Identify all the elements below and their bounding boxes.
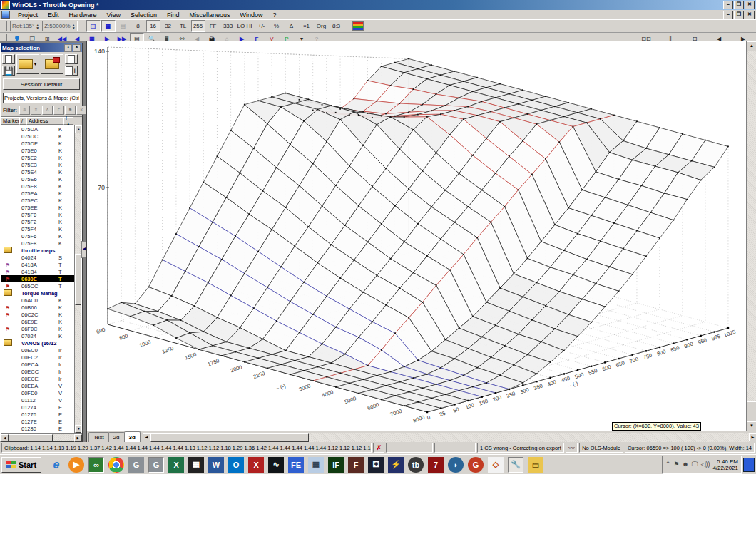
if-tool-icon[interactable]: IF <box>328 457 344 473</box>
fe-tool-icon[interactable]: FE <box>288 457 304 473</box>
chart-scroll-down[interactable]: ▼ <box>747 421 756 431</box>
scroll-up-arrow[interactable]: ▲ <box>75 125 82 133</box>
column-header-[interactable]: ! ▲ <box>63 117 73 125</box>
scroll-left-arrow[interactable]: ◀ <box>1 434 9 442</box>
add-map-button[interactable]: + <box>65 66 78 76</box>
decimal-view-button[interactable]: 255 <box>191 20 205 32</box>
map-list-item[interactable]: 075DCK <box>1 133 74 140</box>
menu-?[interactable]: ? <box>268 11 282 19</box>
menu-find[interactable]: Find <box>162 11 185 19</box>
list-vertical-scrollbar[interactable]: ▲ ▼ <box>74 125 81 433</box>
target-icon[interactable]: G <box>468 457 484 473</box>
tb-icon[interactable]: tb <box>408 457 424 473</box>
mdi-minimize-button[interactable]: – <box>723 11 733 19</box>
map-list-item[interactable]: 00FD0V <box>1 389 74 396</box>
scope-icon[interactable]: ∿ <box>268 457 284 473</box>
title-bar[interactable]: WinOLS - Throttle Opening * –❐✕ <box>0 0 756 10</box>
session-button[interactable]: Session: Default <box>3 78 80 90</box>
tray-chevron-icon[interactable]: ⌃ <box>665 461 671 468</box>
open-project-button[interactable]: ▼ <box>16 54 39 74</box>
width-32bit-button[interactable]: 32 <box>161 20 175 32</box>
menu-window[interactable]: Window <box>235 11 267 19</box>
outlook-icon[interactable]: O <box>228 457 244 473</box>
map-list-item[interactable]: 01274E <box>1 404 74 411</box>
delta-button[interactable]: Δ <box>285 20 299 32</box>
3d-surface-chart[interactable]: 1407060080010001250150017502000225030004… <box>87 41 747 431</box>
close-button[interactable]: ✕ <box>745 1 755 9</box>
map-list-item[interactable]: 075E3K <box>1 161 74 168</box>
map-folder-item[interactable]: throttle maps <box>1 247 74 254</box>
xilinx-icon[interactable]: X <box>248 457 264 473</box>
new-version-button[interactable] <box>2 54 15 64</box>
map-list-item[interactable]: 075EEK <box>1 204 74 211</box>
map-list-item[interactable]: 075E6K <box>1 175 74 183</box>
checksum-button[interactable]: 8:3 <box>330 20 344 32</box>
scope-combobox[interactable]: Projects, Versions & Maps: (Ctrl ▼ <box>3 93 80 103</box>
triple-view-button[interactable]: 333 <box>221 20 235 32</box>
chart-scroll-right[interactable]: ▶ <box>749 433 756 441</box>
chip-icon[interactable]: ▦ <box>188 457 204 473</box>
maximize-button[interactable]: ❐ <box>734 1 744 9</box>
calculator-icon[interactable]: ▦ <box>308 457 324 473</box>
capture-1-icon[interactable]: G <box>128 457 144 473</box>
map-list-item[interactable]: 00EC2Ir <box>1 354 74 361</box>
tray-display-icon[interactable]: 🖵 <box>692 461 698 468</box>
map-list-item[interactable]: 075F6K <box>1 232 74 240</box>
map-list-item[interactable]: 04024S <box>1 254 74 261</box>
sign-button[interactable]: +/- <box>255 20 269 32</box>
tray-app-icon[interactable]: ☻ <box>682 461 688 468</box>
panel-pin-button[interactable]: ▪ <box>64 44 72 52</box>
map-list-item[interactable]: ⚑041B4T <box>1 268 74 275</box>
filter-button-2[interactable]: Δ <box>42 106 53 115</box>
capture-2-icon[interactable]: G <box>148 457 164 473</box>
excel-icon[interactable]: X <box>168 457 184 473</box>
map-list-item[interactable]: ⚑0630ET <box>1 275 74 282</box>
chart-scroll-left[interactable]: ◀ <box>143 433 150 441</box>
map-list-item[interactable]: 00ECEIr <box>1 375 74 382</box>
filter-button-5[interactable]: K <box>76 106 87 115</box>
filter-button-4[interactable]: ⚑ <box>65 106 76 115</box>
filter-button-1[interactable]: ≡ <box>31 106 41 115</box>
mdi-close-button[interactable]: ✕ <box>745 11 755 19</box>
save-version-button[interactable]: 💾 <box>2 66 15 76</box>
map-list-item[interactable]: 075F8K <box>1 240 74 247</box>
wrench-icon[interactable]: 🔧 <box>508 457 523 473</box>
column-header-address[interactable]: Address <box>26 117 63 125</box>
flash-chip-icon[interactable]: F <box>348 457 364 473</box>
map-list-item[interactable]: ⚑065CCT <box>1 282 74 289</box>
media-player-icon[interactable]: ▶ <box>68 457 84 473</box>
map-list-item[interactable]: 00ECAIr <box>1 361 74 368</box>
menu-view[interactable]: View <box>102 11 126 19</box>
cube-icon[interactable]: ◇ <box>488 457 504 473</box>
percent-button[interactable]: % <box>270 20 284 32</box>
menu-edit[interactable]: Edit <box>43 11 64 19</box>
map-list-item[interactable]: 06AC0K <box>1 297 74 304</box>
original-button[interactable]: Org <box>315 20 329 32</box>
map-folder-item[interactable]: Torque Manag <box>1 289 74 297</box>
winols-highway-icon[interactable]: ∞ <box>88 457 104 473</box>
map-list-item[interactable]: 01276E <box>1 411 74 418</box>
hex-view-button[interactable]: FF <box>206 20 220 32</box>
chart-horizontal-scrollbar[interactable]: ◀ ▶ <box>143 433 756 442</box>
zoom-spin-arrows[interactable]: ▲▼ <box>72 24 76 29</box>
mdi-restore-button[interactable]: ❐ <box>734 11 744 19</box>
internet-explorer-icon[interactable]: e <box>48 457 64 473</box>
lightning-icon[interactable]: ⚡ <box>388 457 404 473</box>
zoom-spinner[interactable]: Z:50000% ▲▼ <box>42 21 77 31</box>
thunderbird-icon[interactable]: ◗ <box>448 457 464 473</box>
map-list-item[interactable]: 01280E <box>1 425 74 432</box>
map-list-item[interactable]: 00EC0Ir <box>1 347 74 354</box>
scroll-right-arrow[interactable]: ▶ <box>74 434 82 442</box>
map-list-item[interactable]: 075F2K <box>1 218 74 225</box>
menu-selection[interactable]: Selection <box>126 11 162 19</box>
tab-text[interactable]: Text <box>88 432 109 442</box>
map-list-item[interactable]: 075DEK <box>1 140 74 147</box>
map-list-item[interactable]: ⚑06B66K <box>1 304 74 311</box>
map-list-item[interactable]: 075F0K <box>1 211 74 218</box>
map-list-item[interactable]: ⚑0418AT <box>1 261 74 268</box>
factor-button[interactable]: ×1 <box>300 20 314 32</box>
start-button[interactable]: Start <box>1 457 41 473</box>
map-list-item[interactable]: ⚑06F0CK <box>1 325 74 332</box>
clipboard-clear-icon[interactable]: ✗ <box>373 443 384 453</box>
map-list-item[interactable]: 075E2K <box>1 154 74 161</box>
